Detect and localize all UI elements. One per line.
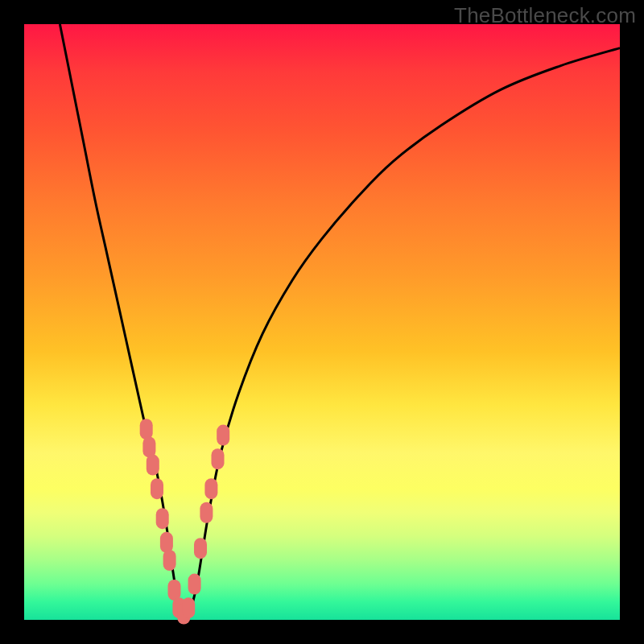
bottleneck-curve [60,24,620,614]
curve-marker [194,538,207,559]
curve-marker [182,597,195,618]
curve-marker [204,478,217,499]
curve-marker [160,532,173,553]
curve-marker [147,455,159,476]
curve-markers [140,419,230,624]
curve-marker [163,550,176,571]
curve-marker [156,508,169,529]
curve-marker [168,580,181,601]
plot-area [24,24,620,620]
chart-container: { "watermark": "TheBottleneck.com", "col… [0,0,644,644]
curve-marker [151,478,163,499]
curve-marker [142,436,155,457]
curve-marker [212,448,225,469]
bottleneck-curve-svg [24,24,620,620]
watermark-text: TheBottleneck.com [454,3,636,28]
curve-marker [217,425,229,446]
curve-marker [140,419,153,440]
curve-marker [188,574,201,595]
curve-marker [200,502,213,523]
